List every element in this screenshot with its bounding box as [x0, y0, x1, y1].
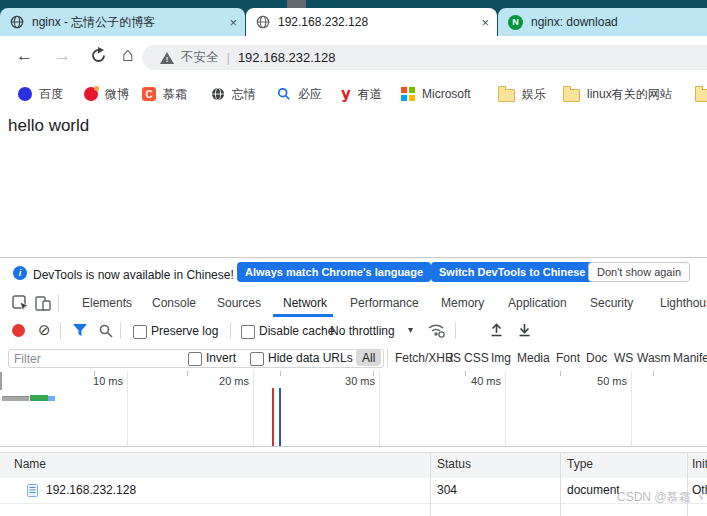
clear-icon[interactable]: ⊘	[38, 322, 51, 338]
timeline-label: 30 ms	[315, 375, 375, 387]
column-divider[interactable]	[687, 452, 688, 516]
security-label: 不安全	[181, 49, 219, 66]
chevron-down-icon[interactable]: ▾	[408, 324, 413, 335]
microsoft-icon	[401, 87, 415, 101]
not-secure-warning-icon[interactable]: !	[160, 52, 174, 64]
filter-type-js[interactable]: JS	[447, 351, 461, 365]
search-button[interactable]	[99, 324, 113, 338]
url-text[interactable]: 192.168.232.128	[238, 50, 336, 65]
address-bar[interactable]: ! 不安全 | 192.168.232.128	[142, 45, 707, 70]
bookmark-youdao[interactable]: y 有道	[341, 78, 382, 110]
tab-title: nginx - 忘情公子的博客	[32, 14, 221, 31]
filter-type-all[interactable]: All	[356, 349, 381, 366]
folder-icon	[695, 89, 707, 102]
waterfall-download-bar	[48, 396, 55, 401]
youdao-y-icon: y	[341, 85, 351, 103]
disable-cache-checkbox[interactable]	[241, 325, 255, 339]
bookmark-microsoft[interactable]: Microsoft	[401, 78, 471, 110]
csdn-c-icon: C	[142, 87, 156, 101]
bookmark-folder-linux[interactable]: linux有关的网站	[563, 78, 672, 110]
bookmark-wangqing[interactable]: 忘情	[211, 78, 256, 110]
column-header-type[interactable]: Type	[567, 457, 593, 471]
devtools-tabbar: Elements Console Sources Network Perform…	[0, 290, 707, 318]
bookmark-folder-yule[interactable]: 娱乐	[498, 78, 546, 110]
column-divider[interactable]	[560, 452, 561, 516]
tab-application[interactable]: Application	[508, 296, 567, 310]
reload-button[interactable]	[90, 47, 107, 64]
network-overview-timeline[interactable]: 10 ms 20 ms 30 ms 40 ms 50 ms	[0, 371, 707, 447]
watermark: CSDN @慕霜 ヾ	[617, 489, 706, 506]
tab-memory[interactable]: Memory	[441, 296, 484, 310]
preserve-log-label: Preserve log	[151, 324, 218, 338]
filter-type-fetchxhr[interactable]: Fetch/XHR	[395, 351, 454, 365]
timeline-label: 40 ms	[441, 375, 501, 387]
dont-show-again-button[interactable]: Don't show again	[588, 262, 690, 282]
column-header-name[interactable]: Name	[14, 457, 46, 471]
browser-tab-1[interactable]: nginx - 忘情公子的博客 ×	[0, 8, 245, 36]
divider	[60, 322, 61, 339]
device-toolbar-button[interactable]	[35, 295, 52, 312]
preserve-log-checkbox[interactable]	[133, 325, 147, 339]
folder-icon	[563, 89, 580, 102]
browser-tab-2-active[interactable]: 192.168.232.128 ×	[246, 8, 497, 36]
filter-type-img[interactable]: Img	[491, 351, 511, 365]
match-language-button[interactable]: Always match Chrome's language	[237, 262, 431, 282]
tab-console[interactable]: Console	[152, 296, 196, 310]
filter-type-ws[interactable]: WS	[614, 351, 633, 365]
bookmark-baidu[interactable]: 百度	[18, 78, 63, 110]
hide-data-urls-checkbox[interactable]	[250, 352, 264, 366]
globe-icon	[10, 15, 24, 29]
table-row[interactable]: 192.168.232.128 304 document Other	[0, 478, 707, 504]
page-text: hello world	[8, 116, 89, 136]
tab-lighthouse[interactable]: Lighthouse	[660, 296, 707, 310]
timeline-label: 20 ms	[189, 375, 249, 387]
timeline-label: 10 ms	[63, 375, 123, 387]
timeline-start-tick	[0, 372, 2, 390]
tab-performance[interactable]: Performance	[350, 296, 419, 310]
load-event-marker	[272, 388, 274, 446]
invert-checkbox[interactable]	[188, 352, 202, 366]
bookmark-biying[interactable]: 必应	[277, 78, 322, 110]
table-header	[0, 452, 707, 479]
browser-tab-3[interactable]: N nginx: download	[498, 8, 707, 36]
device-icon	[35, 295, 52, 312]
globe-icon	[256, 15, 270, 29]
tab-sources[interactable]: Sources	[217, 296, 261, 310]
filter-type-css[interactable]: CSS	[464, 351, 489, 365]
close-icon[interactable]: ×	[221, 15, 245, 30]
filter-type-media[interactable]: Media	[517, 351, 550, 365]
back-button[interactable]: ←	[16, 46, 33, 66]
tab-security[interactable]: Security	[590, 296, 633, 310]
document-icon	[27, 484, 38, 497]
network-conditions-button[interactable]	[428, 323, 445, 338]
forward-button[interactable]: →	[54, 46, 71, 66]
gridline	[379, 371, 380, 446]
close-icon[interactable]: ×	[473, 15, 497, 30]
gridline	[127, 371, 128, 446]
filter-type-font[interactable]: Font	[556, 351, 580, 365]
bookmark-folder-clipped[interactable]	[695, 78, 707, 110]
inspect-cursor-icon	[12, 295, 29, 312]
bookmark-mushuang[interactable]: C 慕霜	[142, 78, 187, 110]
column-header-status[interactable]: Status	[437, 457, 471, 471]
filter-type-manifest[interactable]: Manifest	[673, 351, 707, 365]
filter-toggle-button[interactable]	[73, 324, 87, 337]
column-divider[interactable]	[430, 452, 431, 516]
switch-to-chinese-button[interactable]: Switch DevTools to Chinese	[431, 262, 594, 282]
bookmark-weibo[interactable]: 微博	[84, 78, 129, 110]
tab-network[interactable]: Network	[283, 296, 327, 310]
funnel-icon	[73, 324, 87, 337]
divider	[58, 295, 59, 312]
inspect-element-button[interactable]	[12, 295, 29, 312]
record-button[interactable]	[12, 324, 25, 337]
throttling-select[interactable]: No throttling	[330, 324, 395, 338]
tab-elements[interactable]: Elements	[82, 296, 132, 310]
filter-type-doc[interactable]: Doc	[586, 351, 607, 365]
import-har-button[interactable]	[490, 323, 503, 337]
home-button[interactable]: ⌂	[122, 44, 134, 64]
filter-type-wasm[interactable]: Wasm	[637, 351, 671, 365]
export-har-button[interactable]	[518, 323, 531, 337]
search-icon	[99, 324, 113, 338]
column-header-initiator[interactable]: Initiator	[692, 457, 707, 471]
request-status: 304	[437, 483, 457, 497]
